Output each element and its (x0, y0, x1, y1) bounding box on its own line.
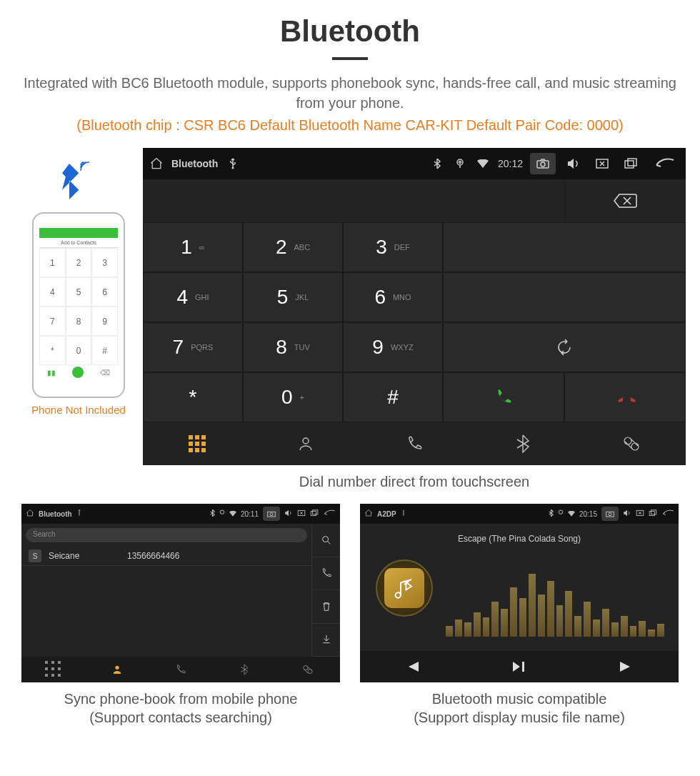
location-icon (219, 509, 225, 518)
search-button[interactable] (311, 524, 340, 557)
key-6[interactable]: 6MNO (343, 272, 443, 322)
nav-bluetooth[interactable] (213, 657, 276, 682)
key-1[interactable]: 1∞ (143, 222, 243, 272)
recent-apps-icon[interactable] (649, 509, 657, 518)
svg-point-7 (303, 438, 309, 444)
usb-icon (225, 158, 241, 169)
svg-rect-13 (313, 510, 318, 514)
back-icon[interactable] (649, 155, 680, 172)
svg-point-0 (232, 167, 234, 169)
backspace-button[interactable] (564, 179, 686, 222)
nav-dialpad[interactable] (21, 657, 85, 682)
key-3[interactable]: 3DEF (343, 222, 443, 272)
contact-number: 13566664466 (127, 551, 179, 561)
recent-apps-icon[interactable] (310, 509, 319, 518)
call-button[interactable] (443, 372, 564, 422)
svg-point-15 (115, 666, 119, 670)
svg-point-18 (559, 510, 562, 514)
page-title: Bluetooth (14, 14, 686, 49)
dialer-caption: Dial number direct from touchscreen (143, 472, 686, 491)
svg-point-8 (220, 510, 224, 514)
nav-call-log[interactable] (360, 422, 469, 465)
screenshot-button[interactable] (601, 507, 619, 521)
status-bar: Bluetooth 20:12 (143, 148, 686, 179)
usb-icon (401, 509, 406, 518)
play-pause-button[interactable] (466, 651, 573, 682)
contact-initial: S (29, 549, 41, 562)
key-hash[interactable]: # (343, 372, 443, 422)
call-button[interactable] (311, 557, 340, 591)
nav-settings[interactable] (577, 422, 686, 465)
hangup-button[interactable] (564, 372, 686, 422)
search-input[interactable]: Search (26, 528, 307, 542)
volume-icon[interactable] (284, 509, 293, 518)
location-icon (452, 159, 468, 169)
contact-name: Seicane (49, 551, 120, 561)
volume-icon[interactable] (623, 509, 631, 518)
back-icon[interactable] (661, 509, 674, 518)
screenshot-button[interactable] (530, 153, 556, 174)
key-8[interactable]: 8TUV (243, 322, 343, 372)
svg-point-20 (609, 513, 611, 516)
nav-contacts[interactable] (251, 422, 360, 465)
nav-settings[interactable] (276, 657, 340, 682)
dial-display (143, 179, 564, 222)
close-app-icon[interactable] (297, 509, 306, 518)
home-icon[interactable] (149, 156, 164, 171)
key-star[interactable]: * (143, 372, 243, 422)
nav-contacts[interactable] (85, 657, 149, 682)
close-app-icon[interactable] (636, 509, 644, 518)
usb-icon (76, 509, 82, 518)
download-button[interactable] (311, 624, 340, 657)
title-underline (332, 57, 368, 60)
svg-point-14 (322, 536, 328, 542)
svg-point-3 (541, 162, 545, 166)
app-name: Bluetooth (39, 510, 72, 518)
bluetooth-spec: (Bluetooth chip : CSR BC6 Default Blueto… (14, 117, 686, 134)
volume-icon[interactable] (563, 155, 584, 172)
action-empty-2 (443, 272, 686, 322)
dialer-panel: 1∞2ABC3DEF4GHI5JKL6MNO7PQRS8TUV9WXYZ*0+# (143, 179, 686, 465)
bluetooth-status-icon (429, 159, 445, 169)
svg-rect-12 (311, 512, 316, 516)
key-9[interactable]: 9WXYZ (343, 322, 443, 372)
svg-rect-5 (625, 161, 634, 168)
home-icon[interactable] (26, 509, 34, 519)
home-icon[interactable] (364, 509, 373, 519)
key-7[interactable]: 7PQRS (143, 322, 243, 372)
track-title: Escape (The Pina Colada Song) (360, 534, 679, 544)
delete-button[interactable] (311, 590, 340, 624)
refresh-button[interactable] (443, 322, 686, 372)
screenshot-button[interactable] (263, 507, 280, 521)
app-name: Bluetooth (171, 158, 218, 169)
prev-button[interactable] (360, 651, 466, 682)
contact-row[interactable]: S Seicane 13566664466 (21, 547, 311, 566)
svg-rect-22 (649, 512, 654, 516)
app-name: A2DP (377, 510, 396, 518)
wifi-icon (229, 510, 236, 518)
key-5[interactable]: 5JKL (243, 272, 343, 322)
nav-call-log[interactable] (149, 657, 212, 682)
clock: 20:11 (241, 510, 259, 518)
svg-rect-23 (651, 510, 656, 514)
back-icon[interactable] (323, 509, 336, 518)
svg-rect-6 (628, 159, 636, 166)
close-app-icon[interactable] (591, 155, 613, 172)
action-empty-1 (443, 222, 686, 272)
recent-apps-icon[interactable] (620, 155, 641, 172)
signal-waves-icon (78, 156, 95, 177)
wifi-icon (475, 159, 491, 168)
bluetooth-status-icon (210, 509, 215, 518)
nav-bluetooth[interactable] (469, 422, 577, 465)
location-icon (558, 509, 564, 518)
key-4[interactable]: 4GHI (143, 272, 243, 322)
key-0[interactable]: 0+ (243, 372, 343, 422)
clock: 20:12 (498, 158, 523, 169)
nav-dialpad[interactable] (143, 422, 251, 465)
description: Integrated with BC6 Bluetooth module, su… (14, 73, 686, 113)
music-status-bar: A2DP 20:15 (360, 504, 679, 524)
key-2[interactable]: 2ABC (243, 222, 343, 272)
visualizer (446, 567, 664, 637)
next-button[interactable] (572, 651, 679, 682)
contacts-caption: Sync phone-book from mobile phone(Suppor… (21, 690, 340, 727)
